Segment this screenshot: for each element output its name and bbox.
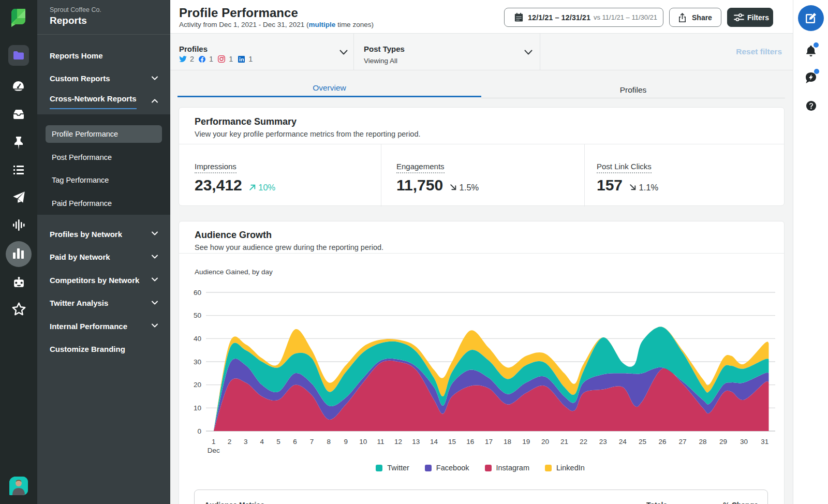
svg-text:40: 40 — [194, 335, 201, 343]
svg-text:21: 21 — [560, 438, 568, 446]
svg-text:20: 20 — [541, 438, 549, 446]
svg-text:16: 16 — [466, 438, 474, 446]
svg-text:0: 0 — [197, 427, 201, 435]
svg-text:3: 3 — [244, 438, 248, 446]
svg-text:31: 31 — [761, 438, 768, 446]
svg-text:18: 18 — [504, 438, 511, 446]
svg-text:14: 14 — [430, 438, 438, 446]
svg-text:11: 11 — [377, 438, 384, 446]
svg-text:13: 13 — [412, 438, 420, 446]
svg-text:Dec: Dec — [208, 447, 220, 454]
svg-text:7: 7 — [310, 438, 314, 446]
svg-text:2: 2 — [228, 438, 232, 446]
svg-text:5: 5 — [276, 438, 280, 446]
svg-text:27: 27 — [678, 438, 686, 446]
svg-text:12: 12 — [394, 438, 402, 446]
svg-text:24: 24 — [619, 438, 627, 446]
svg-text:30: 30 — [194, 358, 201, 366]
svg-text:23: 23 — [599, 438, 607, 446]
svg-text:4: 4 — [260, 438, 264, 446]
svg-text:15: 15 — [448, 438, 456, 446]
svg-text:28: 28 — [699, 438, 707, 446]
svg-text:22: 22 — [580, 438, 587, 446]
svg-text:17: 17 — [485, 438, 493, 446]
svg-text:29: 29 — [719, 438, 727, 446]
svg-text:8: 8 — [327, 438, 331, 446]
svg-text:1: 1 — [212, 438, 216, 446]
svg-text:60: 60 — [194, 289, 201, 297]
svg-text:9: 9 — [344, 438, 348, 446]
svg-text:26: 26 — [658, 438, 666, 446]
svg-text:19: 19 — [522, 438, 530, 446]
svg-text:20: 20 — [194, 381, 201, 389]
svg-text:25: 25 — [639, 438, 646, 446]
svg-text:50: 50 — [194, 312, 201, 319]
svg-text:10: 10 — [359, 438, 367, 446]
svg-text:30: 30 — [740, 438, 748, 446]
svg-text:6: 6 — [293, 438, 297, 446]
svg-text:10: 10 — [194, 404, 201, 412]
